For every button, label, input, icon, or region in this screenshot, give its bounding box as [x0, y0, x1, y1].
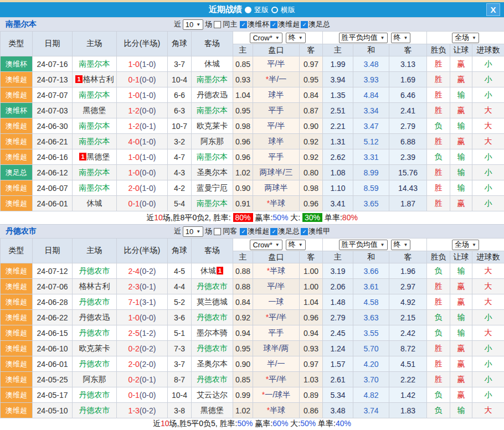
score: 1-2(0-1): [117, 118, 168, 134]
home-team-name: 格林古利: [83, 75, 114, 84]
league-badge: 澳维超: [1, 72, 33, 87]
result-goals: 小: [472, 87, 504, 103]
away-team: 欧克莱卡: [192, 118, 233, 134]
table-row: 澳足总24-06-12南墨尔本1-0(0-0)4-3圣奥尔本1.02两球半/三0…: [1, 165, 504, 180]
away-team-name: 黑德堡: [200, 406, 224, 415]
match-count-select[interactable]: 10▼: [183, 226, 203, 237]
avg-time-select[interactable]: 终▼: [391, 33, 411, 43]
table-row: 澳维超24-07-07南墨尔本1-0(1-0)6-6丹德农迅1.04球半0.84…: [1, 87, 504, 103]
league-checkbox[interactable]: ✓: [301, 228, 308, 235]
league-checkbox[interactable]: ✓: [240, 21, 247, 28]
result-goals: 小: [472, 356, 504, 372]
line-text: 平手: [269, 106, 284, 115]
euro-home-odds: 1.35: [323, 87, 353, 103]
euro-away-odds: 1.87: [389, 196, 427, 211]
line-text: 平/半: [268, 59, 285, 68]
bookmaker-select[interactable]: Crow*▼: [250, 240, 282, 250]
away-team: 南墨尔本: [192, 149, 233, 165]
summary-segment: 10: [161, 419, 169, 428]
odds-time-select[interactable]: 终▼: [286, 33, 306, 43]
away-team: 南墨尔本: [192, 103, 233, 118]
table-row: 澳维超24-06-21南墨尔本4-0(1-0)3-2阿东那0.96球半0.921…: [1, 134, 504, 149]
handicap-line: *半球: [253, 263, 300, 279]
period-select[interactable]: 全场▼: [452, 240, 479, 250]
sub-header-euro-away: 客: [389, 44, 427, 56]
euro-home-odds: 1.10: [323, 180, 353, 196]
league-badge: 澳维超: [1, 294, 33, 310]
result-handicap: 输: [450, 149, 472, 165]
away-team-name: 艾云达尔: [197, 390, 228, 399]
away-team: 墨尔本骑: [192, 325, 233, 341]
corner-count: 3-7: [168, 56, 192, 72]
summary-segment: 50%: [300, 419, 316, 428]
home-team-name: 南墨尔本: [79, 137, 110, 146]
euro-draw-odds: 3.63: [353, 310, 389, 325]
sub-header-asian-home: 主: [233, 251, 253, 263]
vertical-layout-radio[interactable]: [245, 7, 251, 13]
same-venue-label[interactable]: 同主: [223, 19, 237, 29]
corner-count: 4-7: [168, 149, 192, 165]
league-label[interactable]: 澳维杯: [248, 19, 269, 29]
league-label[interactable]: 澳足总: [278, 226, 300, 236]
league-label[interactable]: 澳维超: [278, 19, 300, 29]
euro-draw-odds: 4.58: [353, 294, 389, 310]
result-wdl: 胜: [427, 87, 450, 103]
handicap-line: 平手: [253, 325, 300, 341]
score: 0-1(0-0): [117, 72, 168, 87]
away-team: 丹德农市: [192, 279, 233, 294]
result-wdl: 胜: [427, 56, 450, 72]
same-venue-checkbox[interactable]: [214, 228, 221, 235]
corner-count: 6-3: [168, 103, 192, 118]
home-team-name: 黑德堡: [83, 106, 106, 115]
results-table: 类型 日期 主场 比分(半场) 角球 客场 Crow*▼ 终▼ 胜平负均值▼ 终…: [0, 31, 504, 211]
league-checkbox[interactable]: ✓: [270, 21, 277, 28]
score: 2-0(2-0): [117, 356, 168, 372]
asian-home-odds: 0.95: [233, 341, 253, 356]
asian-home-odds: 0.85: [233, 56, 253, 72]
handicap-line: 球半/两: [253, 341, 300, 356]
summary-segment: 近: [146, 213, 154, 222]
away-team-name: 南墨尔本: [197, 75, 228, 84]
corner-count: 4-4: [168, 279, 192, 294]
close-button[interactable]: X: [486, 3, 500, 16]
horizontal-layout-label[interactable]: 横版: [281, 5, 295, 15]
league-label[interactable]: 澳足总: [308, 19, 330, 29]
away-team: 丹德农市: [192, 341, 233, 356]
result-wdl: 胜: [427, 72, 450, 87]
league-checkbox[interactable]: ✓: [270, 228, 277, 235]
sub-header-euro-draw: 和: [353, 251, 389, 263]
fulltime-score: 1-0: [128, 91, 140, 100]
away-team-name: 丹德农迅: [197, 90, 228, 99]
handicap-line: *一/球半: [253, 387, 300, 403]
result-handicap: 赢: [450, 341, 472, 356]
avg-time-select[interactable]: 终▼: [391, 240, 411, 250]
league-label[interactable]: 澳维超: [248, 226, 269, 236]
summary-segment: 40%: [336, 419, 351, 428]
league-label[interactable]: 澳维甲: [308, 226, 330, 236]
odds-time-select[interactable]: 终▼: [286, 240, 306, 250]
home-team-name: 丹德农市: [79, 297, 110, 306]
avg-odds-select[interactable]: 胜平负均值▼: [339, 240, 388, 250]
fulltime-score: 0-2: [128, 344, 140, 353]
league-checkbox[interactable]: ✓: [240, 228, 247, 235]
fulltime-score: 2-5: [128, 329, 140, 338]
same-venue-checkbox[interactable]: [214, 21, 221, 28]
euro-away-odds: 2.42: [389, 325, 427, 341]
bookmaker-select[interactable]: Crow*▼: [250, 33, 282, 43]
vertical-layout-label[interactable]: 竖版: [254, 5, 269, 15]
horizontal-layout-radio[interactable]: [271, 7, 278, 13]
euro-home-odds: 1.48: [323, 294, 353, 310]
same-venue-label[interactable]: 同客: [223, 226, 237, 236]
handicap-line: 两球半/三: [253, 165, 300, 180]
euro-away-odds: 2.41: [389, 103, 427, 118]
league-badge: 澳维超: [1, 263, 33, 279]
summary-segment: 10: [154, 213, 163, 222]
match-count-select[interactable]: 10▼: [183, 19, 203, 30]
league-checkbox[interactable]: ✓: [301, 21, 308, 28]
home-team-name: 休城: [87, 199, 102, 208]
euro-home-odds: 1.99: [323, 56, 353, 72]
avg-odds-select[interactable]: 胜平负均值▼: [339, 33, 388, 43]
corner-count: 5-4: [168, 196, 192, 211]
match-date: 24-05-25: [33, 372, 73, 387]
period-select[interactable]: 全场▼: [452, 33, 479, 43]
